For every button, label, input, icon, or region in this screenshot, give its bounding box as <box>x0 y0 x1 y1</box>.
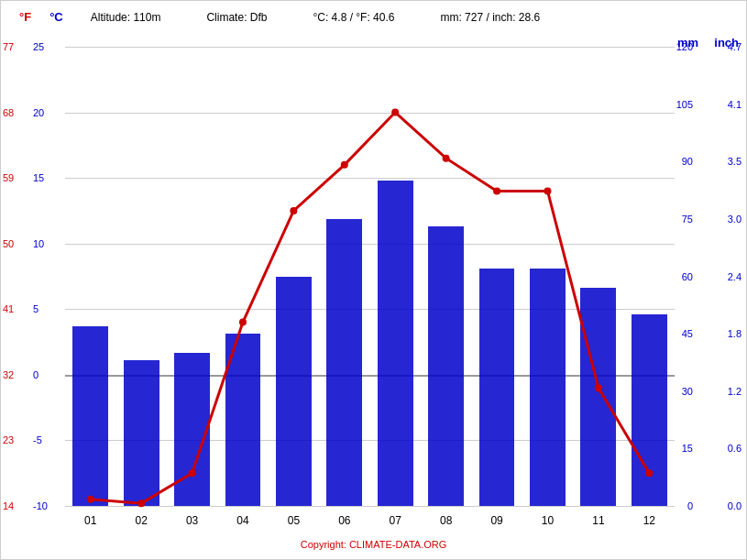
x-label-03: 03 <box>167 514 217 527</box>
y-tick-inch-1.8: 1.8 <box>728 328 742 339</box>
y-tick-f-23: 23 <box>3 434 14 445</box>
y-tick-c-0: 0 <box>33 369 38 380</box>
x-label-07: 07 <box>370 514 421 527</box>
y-tick-c-15: 15 <box>33 172 44 183</box>
chart-container: °F °C Altitude: 110m Climate: Dfb °C: 4.… <box>0 0 747 560</box>
svg-point-1 <box>137 500 145 507</box>
svg-point-11 <box>645 469 653 477</box>
x-label-10: 10 <box>522 514 573 527</box>
y-tick-mm-15: 15 <box>682 443 693 454</box>
y-tick-inch-0.6: 0.6 <box>728 443 742 454</box>
svg-point-7 <box>443 155 450 162</box>
y-tick-c-5: 5 <box>33 303 38 314</box>
unit-f-label: °F <box>19 10 31 24</box>
x-label-04: 04 <box>217 514 268 527</box>
svg-point-8 <box>493 187 500 194</box>
temperature-line-svg <box>65 47 675 506</box>
y-tick-mm-0: 0 <box>687 500 693 511</box>
y-tick-inch-3: 3.0 <box>728 214 742 225</box>
y-tick-inch-4.7: 4.7 <box>728 41 742 52</box>
x-axis: 010203040506070809101112 <box>65 514 675 527</box>
y-tick-f-41: 41 <box>3 303 14 314</box>
svg-point-5 <box>341 161 348 169</box>
svg-point-3 <box>239 319 247 326</box>
y-tick-mm-75: 75 <box>682 214 693 225</box>
y-tick-f-68: 68 <box>3 107 14 118</box>
altitude-label: Altitude: 110m <box>91 11 161 24</box>
svg-point-0 <box>87 496 94 503</box>
precip-label: mm: 727 / inch: 28.6 <box>440 11 540 24</box>
x-label-08: 08 <box>421 514 471 527</box>
unit-c-label: °C <box>49 10 63 24</box>
svg-point-9 <box>544 187 551 194</box>
chart-area <box>65 47 675 506</box>
chart-header: °F °C Altitude: 110m Climate: Dfb °C: 4.… <box>1 10 746 24</box>
x-label-01: 01 <box>65 514 115 527</box>
y-tick-f-32: 32 <box>3 369 14 380</box>
y-tick-c--10: -10 <box>33 500 48 511</box>
x-label-06: 06 <box>319 514 369 527</box>
temp-label: °C: 4.8 / °F: 40.6 <box>313 11 394 24</box>
climate-label: Climate: Dfb <box>206 11 267 24</box>
svg-point-4 <box>290 207 297 214</box>
y-tick-c--5: -5 <box>33 434 42 445</box>
y-tick-c-10: 10 <box>33 238 44 249</box>
y-tick-inch-1.2: 1.2 <box>728 386 742 397</box>
y-tick-c-25: 25 <box>33 41 44 52</box>
x-label-11: 11 <box>573 514 623 527</box>
y-tick-f-14: 14 <box>3 500 14 511</box>
svg-point-10 <box>595 384 602 391</box>
y-tick-f-59: 59 <box>3 172 14 183</box>
y-tick-mm-45: 45 <box>682 328 693 339</box>
x-label-02: 02 <box>115 514 166 527</box>
x-label-09: 09 <box>471 514 522 527</box>
y-tick-inch-4.1: 4.1 <box>728 99 742 110</box>
y-tick-inch-3.5: 3.5 <box>728 156 742 167</box>
svg-point-2 <box>189 469 196 477</box>
x-label-05: 05 <box>269 514 319 527</box>
svg-point-6 <box>391 109 399 116</box>
x-label-12: 12 <box>624 514 675 527</box>
y-tick-f-50: 50 <box>3 238 14 249</box>
y-tick-f-77: 77 <box>3 41 14 52</box>
y-tick-mm-105: 105 <box>676 99 693 110</box>
y-tick-inch-0: 0.0 <box>728 500 742 511</box>
y-tick-mm-30: 30 <box>682 386 693 397</box>
grid-line <box>65 506 675 507</box>
y-tick-mm-120: 120 <box>676 41 693 52</box>
copyright-text: Copyright: CLIMATE-DATA.ORG <box>1 539 746 550</box>
y-tick-mm-60: 60 <box>682 271 693 282</box>
y-tick-mm-90: 90 <box>682 156 693 167</box>
y-tick-inch-2.4: 2.4 <box>728 271 742 282</box>
y-tick-c-20: 20 <box>33 107 44 118</box>
